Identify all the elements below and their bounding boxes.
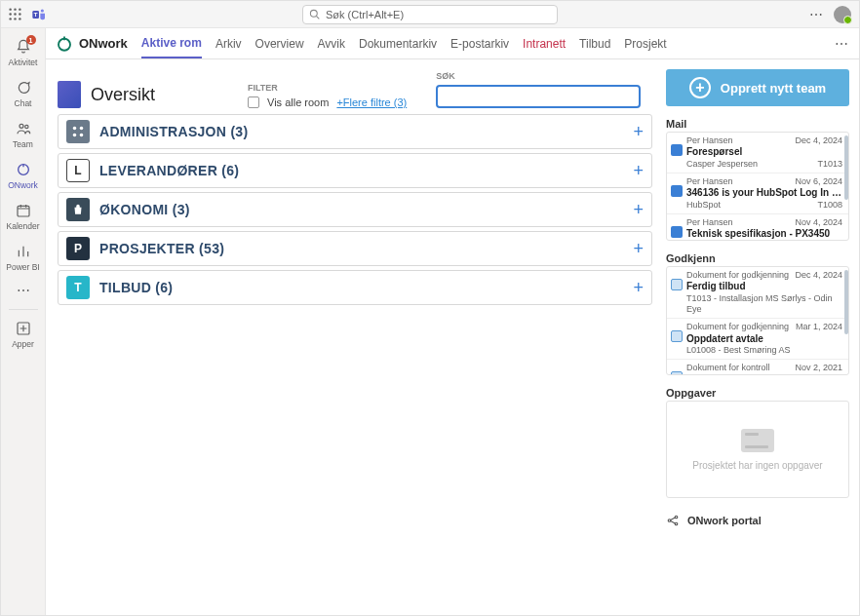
mail-icon <box>671 226 683 238</box>
plus-circle-icon: + <box>689 77 711 98</box>
rail-activity[interactable]: 1 Aktivitet <box>1 34 46 73</box>
svg-rect-17 <box>18 206 29 216</box>
approval-item[interactable]: Dokument for kontrollNov 2, 2021TO Hotel… <box>667 360 848 375</box>
mail-panel-title: Mail <box>666 118 849 130</box>
svg-text:T: T <box>34 12 38 18</box>
document-icon <box>671 279 683 290</box>
rail-chat[interactable]: Chat <box>1 75 46 114</box>
svg-point-3 <box>9 13 11 15</box>
oversikt-search-input[interactable] <box>436 85 641 108</box>
onwork-portal-link[interactable]: ONwork portal <box>666 510 849 531</box>
mail-item[interactable]: Per HansenNov 6, 2024346136 is your HubS… <box>667 173 848 214</box>
group-row[interactable]: ØKONOMI (3)+ <box>58 192 652 227</box>
rail-powerbi[interactable]: Power BI <box>1 239 46 278</box>
search-label: SØK <box>436 71 641 81</box>
group-icon: L <box>66 159 90 182</box>
svg-point-23 <box>80 134 84 137</box>
tab-avvik[interactable]: Avvik <box>318 30 345 58</box>
expand-icon[interactable]: + <box>633 161 644 181</box>
tab-dokumentarkiv[interactable]: Dokumentarkiv <box>359 30 437 58</box>
group-icon: P <box>66 237 90 260</box>
search-icon <box>309 9 320 19</box>
tab-aktive-rom[interactable]: Aktive rom <box>141 29 202 58</box>
mail-item[interactable]: Per HansenDec 4, 2024ForespørselCasper J… <box>667 133 848 173</box>
svg-point-12 <box>310 10 317 17</box>
group-icon <box>66 120 90 143</box>
svg-point-0 <box>9 8 11 10</box>
group-row[interactable]: TTILBUD (6)+ <box>58 270 652 305</box>
group-title: ØKONOMI (3) <box>99 202 633 217</box>
global-search-input[interactable]: Søk (Ctrl+Alt+E) <box>302 5 558 24</box>
window-titlebar: T Søk (Ctrl+Alt+E) ⋯ <box>1 1 859 28</box>
svg-point-22 <box>73 134 77 137</box>
document-icon <box>671 330 683 342</box>
svg-point-19 <box>59 38 70 50</box>
svg-point-7 <box>14 18 16 19</box>
rail-more[interactable]: ⋯ <box>1 280 46 303</box>
ellipsis-icon: ⋯ <box>15 282 32 299</box>
approve-panel: Dokument for godkjenningDec 4, 2024Ferdi… <box>666 266 849 375</box>
mail-icon <box>671 144 683 156</box>
empty-card-icon <box>741 429 774 452</box>
document-icon <box>671 371 683 375</box>
teams-logo-icon: T <box>31 7 47 22</box>
tab-overview[interactable]: Overview <box>255 30 304 58</box>
app-header: ONwork Aktive rom Arkiv Overview Avvik D… <box>46 28 859 59</box>
tab-intranett[interactable]: Intranett <box>523 30 566 58</box>
left-rail: 1 Aktivitet Chat Team ONwork Kalender <box>1 28 46 615</box>
group-row[interactable]: ADMINISTRASJON (3)+ <box>58 114 652 149</box>
rail-apps[interactable]: Apper <box>1 316 46 355</box>
flere-filtre-link[interactable]: +Flere filtre (3) <box>336 96 407 108</box>
svg-point-2 <box>19 8 20 10</box>
expand-icon[interactable]: + <box>633 278 644 298</box>
tab-arkiv[interactable]: Arkiv <box>215 30 242 58</box>
header-more-icon[interactable]: ⋯ <box>835 36 849 52</box>
svg-point-21 <box>80 127 84 131</box>
titlebar-more-icon[interactable]: ⋯ <box>809 7 824 22</box>
svg-point-11 <box>41 9 44 12</box>
approval-item[interactable]: Dokument for godkjenningMar 1, 2024Oppda… <box>667 319 848 360</box>
expand-icon[interactable]: + <box>633 239 644 259</box>
approval-item[interactable]: Dokument for godkjenningDec 4, 2024Ferdi… <box>667 267 848 319</box>
svg-point-15 <box>24 125 27 128</box>
group-title: ADMINISTRASJON (3) <box>99 124 633 139</box>
group-title: PROSJEKTER (53) <box>99 241 633 256</box>
group-row[interactable]: PPROSJEKTER (53)+ <box>58 231 652 266</box>
team-icon <box>15 120 32 137</box>
mail-item[interactable]: Per HansenNov 4, 2024Teknisk spesifikasj… <box>667 214 848 241</box>
svg-point-8 <box>19 18 20 19</box>
rail-calendar[interactable]: Kalender <box>1 198 46 237</box>
user-avatar[interactable] <box>834 6 851 23</box>
vis-alle-room-label: Vis alle room <box>267 96 329 108</box>
group-title: TILBUD (6) <box>99 280 633 295</box>
tasks-empty-state: Prosjektet har ingen oppgaver <box>666 401 849 498</box>
tasks-panel-title: Oppgaver <box>666 387 849 399</box>
group-icon: T <box>66 276 90 299</box>
filter-label: FILTER <box>248 83 407 93</box>
filter-block: FILTER Vis alle room +Flere filtre (3) <box>248 83 407 108</box>
activity-badge: 1 <box>26 35 36 45</box>
group-row[interactable]: LLEVERANDØRER (6)+ <box>58 153 652 188</box>
apps-icon <box>15 320 32 337</box>
vis-alle-room-checkbox[interactable] <box>248 96 259 108</box>
new-team-button[interactable]: + Opprett nytt team <box>666 69 849 106</box>
share-icon <box>666 514 680 527</box>
expand-icon[interactable]: + <box>633 122 644 142</box>
waffle-icon[interactable] <box>9 8 21 20</box>
svg-point-5 <box>19 13 20 15</box>
rail-onwork[interactable]: ONwork <box>1 157 46 196</box>
group-title: LEVERANDØRER (6) <box>99 163 633 178</box>
svg-point-4 <box>14 13 16 15</box>
tab-tilbud[interactable]: Tilbud <box>579 30 610 58</box>
tab-epostarkiv[interactable]: E-postarkiv <box>450 30 509 58</box>
rail-team[interactable]: Team <box>1 116 46 155</box>
expand-icon[interactable]: + <box>633 200 644 220</box>
group-icon <box>66 198 90 221</box>
tab-prosjekt[interactable]: Prosjekt <box>624 30 666 58</box>
chat-icon <box>15 79 32 96</box>
svg-point-26 <box>675 522 678 525</box>
svg-point-20 <box>73 127 77 131</box>
svg-point-1 <box>14 8 16 10</box>
mail-panel: Per HansenDec 4, 2024ForespørselCasper J… <box>666 132 849 241</box>
svg-point-24 <box>668 520 671 522</box>
